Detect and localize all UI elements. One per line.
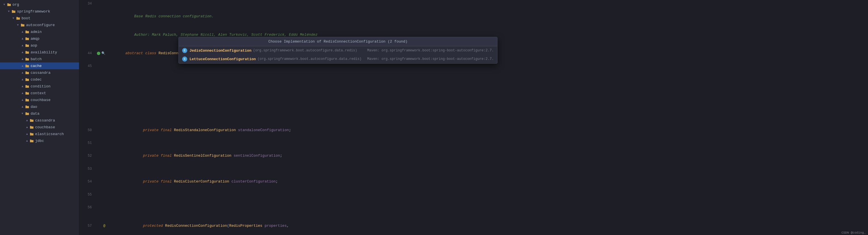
folder-icon-condition <box>25 84 29 88</box>
tree-arrow-boot: ▼ <box>11 16 15 20</box>
tree-item-springframework[interactable]: ▼ springframework <box>0 8 79 15</box>
tree-item-condition[interactable]: ▶ condition <box>0 83 79 90</box>
lettuce-source: Maven: org.springframework.boot:spring-b… <box>362 57 494 61</box>
folder-icon-amqp <box>25 36 29 41</box>
var-standalone: standaloneConfiguration <box>236 128 289 132</box>
type-sentinel: RedisSentinelConfiguration <box>174 154 231 158</box>
code-line-54: 54 private final RedisClusterConfigurati… <box>79 173 868 191</box>
tree-label-condition: condition <box>31 84 51 88</box>
tree-item-data-couchbase[interactable]: ▶ couchbase <box>0 124 79 131</box>
line-icons-57: @ <box>96 222 105 230</box>
tree-item-batch[interactable]: ▶ batch <box>0 56 79 62</box>
tree-arrow-availability: ▶ <box>21 50 24 54</box>
tree-label-boot: boot <box>22 16 30 21</box>
tree-label-admin: admin <box>31 30 42 34</box>
line-content-54: private final RedisClusterConfiguration … <box>105 171 868 193</box>
tree-label-context: context <box>31 91 46 95</box>
jedis-class-name: JedisConnectionConfiguration <box>189 49 251 53</box>
tree-label-data-couchbase: couchbase <box>35 125 55 129</box>
tree-item-context[interactable]: ▶ context <box>0 90 79 97</box>
tree-item-cache[interactable]: ▶ cache <box>0 62 79 69</box>
lettuce-class-name: LettuceConnectionConfiguration <box>189 57 256 61</box>
tree-arrow-springframework: ▼ <box>7 9 11 14</box>
code-line-57: 57 @ protected RedisConnectionConfigurat… <box>79 216 868 235</box>
implementation-popup: Choose Implementation of RedisConnection… <box>179 37 497 63</box>
type-standalone: RedisStandaloneConfiguration <box>174 128 236 132</box>
comment-text-1: Base Redis connection configuration. <box>125 14 214 19</box>
type-redisconn: RedisConnectionConfiguration <box>165 224 227 228</box>
annotation-icon: @ <box>103 222 105 230</box>
tree-item-couchbase[interactable]: ▶ couchbase <box>0 97 79 103</box>
tree-arrow-cache: ▶ <box>21 64 24 68</box>
folder-icon-dao <box>25 104 29 109</box>
tree-label-data: data <box>31 111 39 116</box>
class-icon-lettuce: C <box>182 56 187 61</box>
tree-arrow-data-elasticsearch: ▶ <box>25 132 29 136</box>
status-bar: CSDN @coding_ <box>839 231 868 235</box>
comma-57: , <box>287 224 289 228</box>
kw-private-50: private final <box>125 128 174 132</box>
tree-label-data-cassandra: cassandra <box>35 119 55 123</box>
tree-item-dao[interactable]: ▶ dao <box>0 103 79 110</box>
tree-arrow-data-jdbc: ▶ <box>25 139 29 143</box>
tree-arrow-dao: ▶ <box>21 105 24 109</box>
folder-icon-aop <box>25 43 29 48</box>
line-content-52: private final RedisSentinelConfiguration… <box>105 145 868 167</box>
tree-item-codec[interactable]: ▶ codec <box>0 76 79 83</box>
class-icon-jedis: C <box>182 48 187 53</box>
tree-label-data-elasticsearch: elasticsearch <box>35 132 64 136</box>
code-line-56: 56 <box>79 199 868 217</box>
comment-text-2: Author: Mark Paluch, Stephane Nicoll, Al… <box>125 33 317 37</box>
tree-item-cassandra[interactable]: ▶ cassandra <box>0 69 79 76</box>
popup-item-jedis[interactable]: C JedisConnectionConfiguration (org.spri… <box>179 46 497 55</box>
line-number-56: 56 <box>79 204 96 211</box>
file-tree: ▼ org ▼ springframework ▼ boot ▼ autocon… <box>0 0 79 235</box>
tree-item-availability[interactable]: ▶ availability <box>0 49 79 56</box>
tree-item-data-cassandra[interactable]: ▶ cassandra <box>0 117 79 124</box>
tree-item-amqp[interactable]: ▶ amqp <box>0 35 79 42</box>
folder-icon-data-jdbc <box>29 138 34 143</box>
tree-item-admin[interactable]: ▶ admin <box>0 28 79 35</box>
tree-item-boot[interactable]: ▼ boot <box>0 15 79 22</box>
keyword-abstract: abstract <box>125 51 145 55</box>
line-content-57: protected RedisConnectionConfiguration(R… <box>105 215 868 235</box>
line-number-57: 57 <box>79 222 96 230</box>
tree-label-aop: aop <box>31 44 37 48</box>
popup-item-lettuce[interactable]: C LettuceConnectionConfiguration (org.sp… <box>179 55 497 63</box>
tree-arrow-data-couchbase: ▶ <box>25 125 29 129</box>
folder-icon-data <box>25 111 29 116</box>
tree-item-autoconfigure[interactable]: ▼ autoconfigure <box>0 22 79 28</box>
line-content-50: private final RedisStandaloneConfigurati… <box>105 119 868 141</box>
line-icons-44: 🔍 <box>96 50 105 57</box>
folder-icon-batch <box>25 57 29 61</box>
tree-arrow-data-cassandra: ▶ <box>25 119 29 122</box>
semi-50: ; <box>289 128 291 132</box>
code-container: 34 Base Redis connection configuration. … <box>79 0 868 235</box>
tree-item-org[interactable]: ▼ org <box>0 1 79 8</box>
tree-item-data-jdbc[interactable]: ▶ jdbc <box>0 137 79 144</box>
line-number-51: 51 <box>79 139 96 147</box>
tree-item-data[interactable]: ▼ data <box>0 110 79 117</box>
tree-label-availability: availability <box>31 50 57 54</box>
paren-57: ( <box>227 224 229 228</box>
tree-item-aop[interactable]: ▶ aop <box>0 42 79 49</box>
tree-label-org: org <box>12 3 19 7</box>
tree-arrow-amqp: ▶ <box>21 36 24 41</box>
code-line-comment1: Base Redis connection configuration. <box>79 7 868 26</box>
semi-52: ; <box>280 154 282 158</box>
tree-label-cassandra: cassandra <box>31 71 51 75</box>
line-number-50: 50 <box>79 127 96 134</box>
tree-arrow-org: ▼ <box>2 3 6 6</box>
tree-label-data-jdbc: jdbc <box>35 139 44 143</box>
folder-icon-context <box>25 91 29 95</box>
kw-private-54: private final <box>125 179 174 184</box>
folder-icon-boot <box>16 16 21 21</box>
line-number-52: 52 <box>79 152 96 159</box>
folder-icon-org <box>7 2 11 7</box>
search-icon[interactable]: 🔍 <box>101 50 105 57</box>
popup-title: Choose Implementation of RedisConnection… <box>179 37 497 46</box>
tree-item-data-elasticsearch[interactable]: ▶ elasticsearch <box>0 131 79 137</box>
folder-icon-admin <box>25 29 29 34</box>
tree-label-autoconfigure: autoconfigure <box>26 23 55 27</box>
var-sentinel: sentinelConfiguration <box>231 154 280 158</box>
